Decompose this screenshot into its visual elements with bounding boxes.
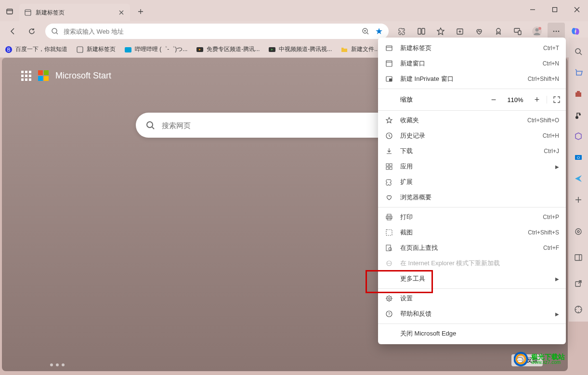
menu-screenshot[interactable]: 截图Ctrl+Shift+S: [378, 225, 566, 240]
svg-point-38: [575, 116, 578, 119]
new-tab-icon: [385, 44, 393, 52]
zoom-in-button[interactable]: +: [527, 91, 547, 108]
minimize-button[interactable]: [522, 2, 544, 17]
sidebar-customize-icon[interactable]: [573, 304, 584, 315]
svg-rect-44: [575, 255, 582, 260]
menu-new-tab[interactable]: 新建标签页Ctrl+T: [378, 40, 566, 56]
bookmark-item[interactable]: 哔哩哔哩 (゜-゜)つ...: [124, 45, 187, 53]
sidebar-external-icon[interactable]: [573, 278, 584, 289]
carousel-dots: [50, 363, 65, 366]
svg-rect-56: [390, 164, 392, 166]
svg-rect-19: [518, 31, 521, 35]
menu-downloads[interactable]: 下载Ctrl+J: [378, 143, 566, 159]
svg-rect-63: [386, 245, 391, 251]
maximize-button[interactable]: [544, 2, 566, 17]
sidebar-m365-icon[interactable]: [573, 131, 584, 142]
fullscreen-button[interactable]: [547, 96, 566, 103]
bookmark-item[interactable]: B百度一下，你就知道: [5, 45, 67, 53]
window-icon: [385, 59, 393, 68]
app-launcher-button[interactable]: [21, 71, 31, 81]
menu-favorites[interactable]: 收藏夹Ctrl+Shift+O: [378, 113, 566, 128]
svg-point-25: [558, 31, 560, 32]
favorite-star-icon[interactable]: ★: [374, 26, 384, 36]
menu-extensions[interactable]: 扩展: [378, 174, 566, 190]
menu-new-window[interactable]: 新建窗口Ctrl+N: [378, 56, 566, 71]
svg-rect-37: [577, 91, 580, 92]
tab-actions-button[interactable]: [0, 2, 19, 21]
svg-rect-12: [418, 28, 421, 34]
menu-settings[interactable]: 设置: [378, 291, 566, 306]
chevron-right-icon: ▶: [555, 311, 559, 317]
svg-line-33: [152, 127, 154, 129]
menu-browser-essentials[interactable]: 浏览器概要: [378, 190, 566, 205]
watermark: 极光下载站 www.xz7.com: [514, 352, 565, 366]
sidebar-games-icon[interactable]: [573, 110, 584, 120]
bookmark-item[interactable]: 中视频频道-腾讯视...: [268, 45, 332, 53]
svg-rect-2: [25, 10, 31, 15]
settings-menu: 新建标签页Ctrl+T 新建窗口Ctrl+N 新建 InPrivate 窗口Ct…: [378, 38, 566, 344]
menu-more-tools[interactable]: 更多工具▶: [378, 271, 566, 286]
svg-text:B: B: [7, 47, 11, 52]
new-tab-button[interactable]: [133, 4, 148, 19]
svg-point-23: [553, 31, 555, 32]
extension-icon: [385, 178, 393, 186]
svg-point-34: [575, 49, 580, 53]
bookmark-item[interactable]: 新建文件...: [340, 45, 379, 53]
bookmark-item[interactable]: 新建标签页: [76, 45, 116, 53]
baidu-icon: B: [5, 46, 13, 53]
svg-rect-57: [386, 167, 389, 169]
menu-close-edge[interactable]: 关闭 Microsoft Edge: [378, 326, 566, 341]
bookmark-item[interactable]: 免费专区频道-腾讯...: [196, 45, 260, 53]
folder-icon: [340, 46, 348, 53]
sidebar-tools-icon[interactable]: [573, 89, 584, 99]
svg-point-21: [536, 28, 539, 32]
sidebar-outlook-icon[interactable]: O: [573, 152, 584, 163]
chevron-right-icon: ▶: [555, 164, 559, 169]
menu-find[interactable]: 在页面上查找Ctrl+F: [378, 240, 566, 256]
chevron-right-icon: ▶: [555, 276, 559, 282]
address-input[interactable]: [64, 28, 357, 35]
address-bar[interactable]: ★: [45, 24, 389, 39]
svg-rect-13: [422, 28, 425, 34]
svg-rect-59: [387, 214, 391, 216]
sidebar-search-icon[interactable]: [573, 46, 584, 57]
tab-close-button[interactable]: [118, 9, 125, 16]
svg-rect-5: [553, 8, 557, 12]
refresh-button[interactable]: [23, 23, 40, 40]
svg-rect-0: [7, 9, 13, 14]
svg-rect-36: [575, 92, 581, 97]
sidebar-shopping-icon[interactable]: [573, 67, 584, 78]
svg-line-11: [367, 33, 368, 34]
svg-rect-58: [390, 167, 392, 169]
svg-line-7: [56, 33, 58, 34]
menu-new-inprivate[interactable]: 新建 InPrivate 窗口Ctrl+Shift+N: [378, 71, 566, 87]
sidebar-send-icon[interactable]: [573, 173, 584, 184]
menu-help[interactable]: ?帮助和反馈▶: [378, 306, 566, 322]
zoom-out-button[interactable]: −: [484, 91, 503, 108]
sidebar-settings-icon[interactable]: [573, 226, 584, 237]
menu-history[interactable]: 历史记录Ctrl+H: [378, 128, 566, 143]
close-window-button[interactable]: [566, 2, 588, 17]
svg-text:?: ?: [388, 311, 390, 316]
sidebar-add-icon[interactable]: [573, 194, 584, 205]
menu-apps[interactable]: 应用▶: [378, 159, 566, 174]
zoom-value: 110%: [503, 96, 527, 103]
menu-print[interactable]: 打印Ctrl+P: [378, 209, 566, 225]
svg-point-17: [497, 28, 500, 32]
svg-rect-28: [77, 47, 83, 52]
video-icon: [268, 46, 276, 53]
sidebar-panel-icon[interactable]: [573, 252, 584, 263]
zoom-indicator-icon[interactable]: [361, 26, 370, 36]
inprivate-icon: [385, 75, 393, 83]
back-button[interactable]: [4, 23, 21, 40]
svg-point-32: [147, 122, 153, 128]
page-icon: [76, 46, 84, 53]
help-icon: ?: [385, 310, 393, 318]
browser-tab[interactable]: 新建标签页: [19, 4, 130, 21]
heart-pulse-icon: [385, 193, 393, 202]
svg-rect-62: [386, 230, 392, 235]
menu-zoom: 缩放 − 110% +: [378, 91, 566, 108]
find-icon: [385, 244, 393, 252]
svg-rect-53: [389, 78, 392, 81]
print-icon: [385, 213, 393, 221]
